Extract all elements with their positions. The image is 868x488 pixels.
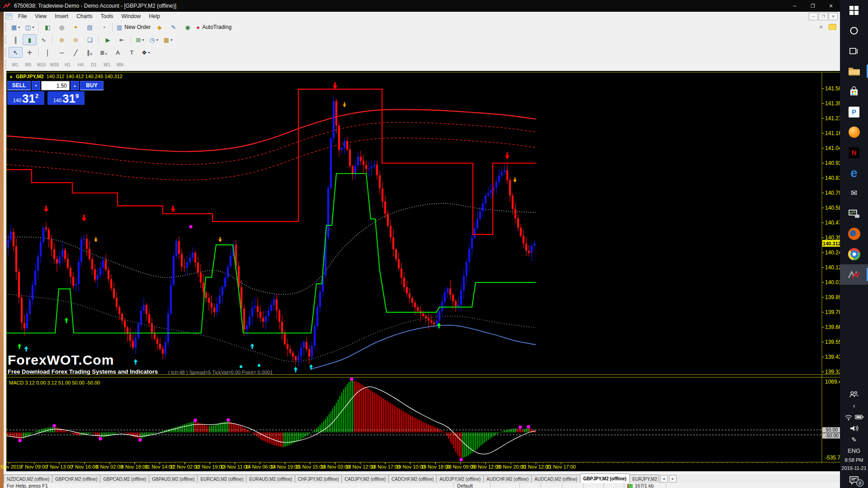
line-chart-button[interactable]: ∿ bbox=[37, 34, 51, 45]
strategy-tester-button[interactable]: ◔ bbox=[97, 22, 111, 33]
menu-view[interactable]: View bbox=[31, 12, 51, 20]
chart-surface[interactable] bbox=[6, 71, 842, 471]
bar-chart-button[interactable]: ║ bbox=[9, 34, 23, 45]
firefox-icon[interactable] bbox=[840, 224, 868, 244]
file-explorer-icon[interactable] bbox=[840, 61, 868, 81]
crosshair-button[interactable]: ✛ bbox=[23, 47, 37, 58]
timeframe-d1[interactable]: D1 bbox=[88, 61, 100, 69]
chart-tab-gbpjpy[interactable]: GBPJPY,M2 (offline) bbox=[580, 474, 630, 483]
chart-tab-nzdcad[interactable]: NZDCAD,M2 (offline) bbox=[4, 474, 52, 483]
timeframe-m1[interactable]: M1 bbox=[9, 61, 21, 69]
market-watch-button[interactable]: ◧ bbox=[41, 22, 55, 33]
chevron-down-icon[interactable]: ▾ bbox=[156, 38, 158, 42]
timeframe-mn[interactable]: MN bbox=[114, 61, 126, 69]
buy-price-display[interactable]: 140 31 9 bbox=[47, 91, 85, 105]
indicators-button[interactable]: ◆ bbox=[152, 22, 166, 33]
periods-button[interactable]: ◷▾ bbox=[147, 34, 161, 45]
buy-button[interactable]: BUY bbox=[80, 81, 104, 90]
chart-tab-cadchf[interactable]: CADCHF,M2 (offline) bbox=[388, 474, 437, 483]
mdi-minimize-button[interactable]: ─ bbox=[809, 13, 818, 20]
auto-scroll-button[interactable]: ▶ bbox=[101, 34, 115, 45]
autotrading-button[interactable]: ●AutoTrading bbox=[194, 22, 233, 33]
metaeditor-button[interactable]: ✎ bbox=[166, 22, 180, 33]
lot-decrease-button[interactable]: ▾ bbox=[32, 81, 40, 90]
menu-file[interactable]: File bbox=[14, 12, 31, 20]
timeframe-m15[interactable]: M15 bbox=[35, 61, 47, 69]
fibonacci-button[interactable]: ≣F bbox=[97, 47, 111, 58]
chevron-down-icon[interactable]: ▾ bbox=[148, 51, 150, 55]
zoom-in-button[interactable]: ⊕ bbox=[55, 34, 69, 45]
edge-icon[interactable]: e bbox=[840, 163, 868, 183]
action-center-button[interactable]: 2 bbox=[840, 472, 868, 488]
tab-scroll-left-button[interactable]: ◂ bbox=[660, 475, 668, 483]
timeframe-h1[interactable]: H1 bbox=[61, 61, 74, 69]
menu-tools[interactable]: Tools bbox=[97, 12, 118, 20]
menu-charts[interactable]: Charts bbox=[72, 12, 96, 20]
language-indicator[interactable]: ENG bbox=[840, 445, 868, 456]
chrome-icon[interactable] bbox=[840, 244, 868, 264]
horizontal-line-button[interactable]: ─ bbox=[55, 47, 69, 58]
volume-icon[interactable] bbox=[840, 422, 868, 434]
timeframe-h4[interactable]: H4 bbox=[75, 61, 87, 69]
templates-button[interactable]: ▦▾ bbox=[161, 34, 175, 45]
equidistant-channel-button[interactable]: ∥E bbox=[83, 47, 97, 58]
menu-insert[interactable]: Insert bbox=[51, 12, 72, 20]
profiles-button[interactable]: ◫▾ bbox=[23, 22, 37, 33]
microsoft-store-icon[interactable] bbox=[840, 81, 868, 102]
text-button[interactable]: A bbox=[111, 47, 125, 58]
terminal-button[interactable]: ▤ bbox=[83, 22, 97, 33]
navigator-button[interactable]: ✦ bbox=[69, 22, 83, 33]
chart-shift-button[interactable]: ⇤ bbox=[115, 34, 129, 45]
netflix-icon[interactable]: N bbox=[840, 142, 868, 163]
lot-increase-button[interactable]: ▴ bbox=[71, 81, 79, 90]
chart-tab-eurcad[interactable]: EURCAD,M2 (offline) bbox=[197, 474, 246, 483]
toolbar-grip[interactable] bbox=[5, 35, 6, 44]
chevron-down-icon[interactable]: ▾ bbox=[170, 38, 172, 42]
status-profile[interactable]: Default bbox=[454, 483, 491, 488]
mdi-close-button[interactable]: ✕ bbox=[829, 13, 838, 20]
taskbar-clock[interactable]: 8:58 PM2019-11-21 bbox=[840, 456, 868, 472]
maximize-button[interactable]: ❐ bbox=[804, 0, 822, 12]
toolbar-grip[interactable] bbox=[5, 48, 6, 57]
chart-tab-cadjpy[interactable]: CADJPY,M2 (offline) bbox=[341, 474, 389, 483]
chevron-down-icon[interactable]: ▾ bbox=[32, 25, 34, 29]
vertical-line-button[interactable]: │ bbox=[41, 47, 55, 58]
text-label-button[interactable]: T bbox=[125, 47, 139, 58]
timeframe-m30[interactable]: M30 bbox=[48, 61, 61, 69]
chart-tab-gbpcad[interactable]: GBPCAD,M2 (offline) bbox=[100, 474, 149, 483]
sell-button[interactable]: SELL bbox=[7, 81, 31, 90]
sell-price-display[interactable]: 140 31 2 bbox=[7, 91, 44, 105]
chart-tab-eurjpy[interactable]: EURJPY,M2 (offli bbox=[629, 474, 659, 483]
mdi-restore-button[interactable]: ❐ bbox=[819, 13, 828, 20]
cemu-icon[interactable] bbox=[840, 122, 868, 142]
chart-tab-gbpaud[interactable]: GBPAUD,M2 (offline) bbox=[149, 474, 198, 483]
tile-windows-button[interactable]: ❏ bbox=[83, 34, 97, 45]
menu-window[interactable]: Window bbox=[118, 12, 145, 20]
toolbar-grip[interactable] bbox=[5, 60, 6, 69]
timeframe-w1[interactable]: W1 bbox=[101, 61, 113, 69]
trendline-button[interactable]: ╱ bbox=[69, 47, 83, 58]
chart-tab-gbpchf[interactable]: GBPCHF,M2 (offline) bbox=[52, 474, 100, 483]
chart-tab-audjpy[interactable]: AUDJPY,M2 (offline) bbox=[436, 474, 484, 483]
mail-icon[interactable]: ✉ bbox=[840, 183, 868, 203]
add-indicator-button[interactable]: ⊞▾ bbox=[133, 34, 147, 45]
new-order-button[interactable]: ▥New Order bbox=[115, 22, 152, 33]
lot-size-input[interactable]: 1.50 bbox=[41, 81, 70, 90]
chat-icon[interactable] bbox=[829, 24, 836, 30]
chevron-down-icon[interactable]: ▾ bbox=[18, 25, 20, 29]
cursor-button[interactable]: ↖ bbox=[9, 47, 23, 58]
chevron-down-icon[interactable]: ▾ bbox=[142, 38, 144, 42]
mt4-taskbar-icon[interactable] bbox=[840, 264, 868, 285]
chart-tab-audchf[interactable]: AUDCHF,M2 (offline) bbox=[483, 474, 532, 483]
search-icon[interactable]: ⌕ bbox=[820, 23, 823, 31]
search-button[interactable] bbox=[840, 20, 868, 41]
chart-tab-euraud[interactable]: EURAUD,M2 (offline) bbox=[246, 474, 295, 483]
close-button[interactable]: ✕ bbox=[822, 0, 840, 12]
sound-button[interactable]: ◉ bbox=[180, 22, 194, 33]
start-button[interactable] bbox=[840, 0, 868, 20]
pen-icon[interactable]: ✎ bbox=[840, 434, 868, 445]
timeframe-m5[interactable]: M5 bbox=[22, 61, 34, 69]
paintdotnet-icon[interactable]: P bbox=[840, 102, 868, 122]
perfmon-icon[interactable] bbox=[840, 203, 868, 224]
menu-help[interactable]: Help bbox=[145, 12, 164, 20]
